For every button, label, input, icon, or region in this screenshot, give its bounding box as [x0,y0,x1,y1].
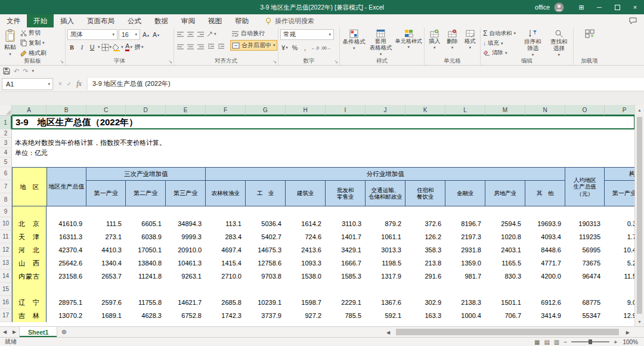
value-cell[interactable]: 163.3 [405,309,445,322]
column-subheader[interactable]: 其 他 [525,181,565,206]
number-format-select[interactable]: 常规▾ [280,29,334,40]
value-cell[interactable]: 9703.8 [246,270,286,283]
unit-cell[interactable]: 单位：亿元 [12,148,644,157]
paste-button[interactable]: 粘贴 ▾ [1,29,19,57]
horizontal-scrollbar-thumb[interactable] [396,329,619,335]
decrease-decimal-button[interactable]: .00→ [321,43,331,52]
ribbon-tab-insert[interactable]: 插入 [54,14,80,27]
value-cell[interactable]: 1538.0 [286,270,326,283]
row-header-16[interactable]: 16 [0,296,12,309]
value-cell[interactable]: 1585.3 [326,270,366,283]
delete-cells-button[interactable]: 删除▾ [444,29,462,57]
column-subheader[interactable]: 农林牧渔业 [206,181,246,206]
value-cell[interactable]: 1317.9 [366,270,405,283]
value-cell[interactable]: 358.3 [405,243,445,257]
column-header-D[interactable]: D [126,105,166,116]
cut-button[interactable]: 剪切 [19,28,48,38]
sheet-tab-sheet1[interactable]: Sheet1 [19,327,57,337]
borders-button[interactable]: ▾ [101,42,112,52]
accounting-format-button[interactable]: ¥▾ [280,43,289,52]
fill-color-button[interactable]: ▾ [113,42,123,52]
font-size-select[interactable]: 16▾ [119,29,140,40]
value-cell[interactable]: 5036.4 [246,217,286,230]
value-cell[interactable]: 706.7 [485,309,525,322]
close-button[interactable]: × [626,0,644,14]
value-cell[interactable]: 1367.6 [366,296,405,309]
value-cell[interactable]: 4628.3 [126,309,166,322]
value-cell[interactable]: 9999.3 [166,230,206,243]
value-cell[interactable]: 4771.7 [525,257,565,270]
underline-button[interactable]: U [88,42,97,52]
region-cell[interactable] [12,206,47,217]
value-cell[interactable]: 111.5 [86,217,126,230]
ribbon-tab-formulas[interactable]: 公式 [121,14,148,27]
column-header-O[interactable]: O [565,105,605,116]
value-cell[interactable]: 2710.0 [206,270,246,283]
insert-function-button[interactable]: fx [76,79,82,88]
value-cell[interactable]: 1415.4 [206,257,246,270]
value-cell[interactable]: 12758.6 [246,257,286,270]
column-subheader[interactable]: 交通运输、 仓储和邮政业 [366,181,405,206]
value-cell[interactable]: 213.8 [405,257,445,270]
header-group-by-industry[interactable]: 分行业增加值 [206,168,565,181]
value-cell[interactable]: 6038.9 [126,230,166,243]
header-gdp[interactable]: 地区生产总值 [47,168,87,206]
formula-input[interactable]: 3-9 地区生产总值 (2022年) [87,78,644,90]
region-cell[interactable]: 山 西 [12,257,47,270]
phonetic-button[interactable]: 拼▾ [135,42,144,52]
value-cell[interactable]: 1165.5 [485,257,525,270]
value-cell[interactable]: 17050.1 [126,243,166,257]
value-cell[interactable]: 190313 [565,217,605,230]
value-cell[interactable]: 119235 [565,230,605,243]
customize-qat-button[interactable]: ▾ [32,69,34,73]
value-cell[interactable]: 6605.1 [126,217,166,230]
value-cell[interactable]: 1742.3 [206,309,246,322]
zoom-slider-thumb[interactable] [589,339,592,344]
bold-button[interactable]: B [67,42,76,52]
row-header-8[interactable]: 8 [0,193,12,206]
value-cell[interactable]: 10239.1 [246,296,286,309]
value-cell[interactable]: 2403.1 [485,243,525,257]
ribbon-tab-file[interactable]: 文件 [0,14,27,27]
value-cell[interactable]: 1401.7 [326,230,366,243]
value-cell[interactable]: 2597.6 [86,296,126,309]
autosum-button[interactable]: Σ自动求和▾ [482,29,520,38]
region-cell[interactable]: 北 京 [12,217,47,230]
value-cell[interactable]: 11241.8 [126,270,166,283]
row-header-9[interactable]: 9 [0,206,12,217]
comments-button[interactable] [629,17,637,24]
find-select-button[interactable]: 查找和 选择▾ [546,29,572,57]
column-header-G[interactable]: G [246,105,286,116]
column-header-E[interactable]: E [166,105,206,116]
vertical-scrollbar[interactable]: ▲ ▼ [634,105,644,326]
value-cell[interactable]: 273.1 [86,230,126,243]
font-color-button[interactable]: A▾ [125,42,134,52]
value-cell[interactable]: 1198.5 [366,257,405,270]
value-cell[interactable]: 5402.7 [246,230,286,243]
page-break-view-icon[interactable]: ▥ [554,339,559,345]
value-cell[interactable]: 2931.8 [445,243,485,257]
value-cell[interactable]: 3110.3 [326,217,366,230]
value-cell[interactable]: 42370.4 [47,243,86,257]
column-subheader[interactable]: 第三产业 [166,181,206,206]
value-cell[interactable]: 8448.6 [525,243,565,257]
comma-style-button[interactable]: , [301,43,309,52]
column-subheader[interactable]: 房地产业 [485,181,525,206]
selected-title-cell[interactable]: 3-9 地区生产总值（2022年） [12,116,634,129]
new-sheet-button[interactable]: ⊕ [57,328,70,336]
scroll-up-icon[interactable]: ▲ [635,105,644,115]
region-cell[interactable]: 内蒙古 [12,270,47,283]
cell[interactable] [12,129,644,138]
column-header-B[interactable]: B [47,105,86,116]
value-cell[interactable]: 96474 [565,270,605,283]
row-header-10[interactable]: 10 [0,217,12,230]
region-cell[interactable]: 辽 宁 [12,296,47,309]
sheet-nav-right-icon[interactable]: ▶ [10,329,19,335]
column-header-L[interactable]: L [445,105,485,116]
value-cell[interactable]: 1666.7 [326,257,366,270]
row-header-1[interactable]: 1 [0,116,12,129]
orientation-button[interactable]: ▾ [206,29,216,39]
region-cell[interactable]: 吉 林 [12,309,47,322]
zoom-in-button[interactable]: + [614,339,617,345]
align-top-button[interactable] [176,29,185,39]
